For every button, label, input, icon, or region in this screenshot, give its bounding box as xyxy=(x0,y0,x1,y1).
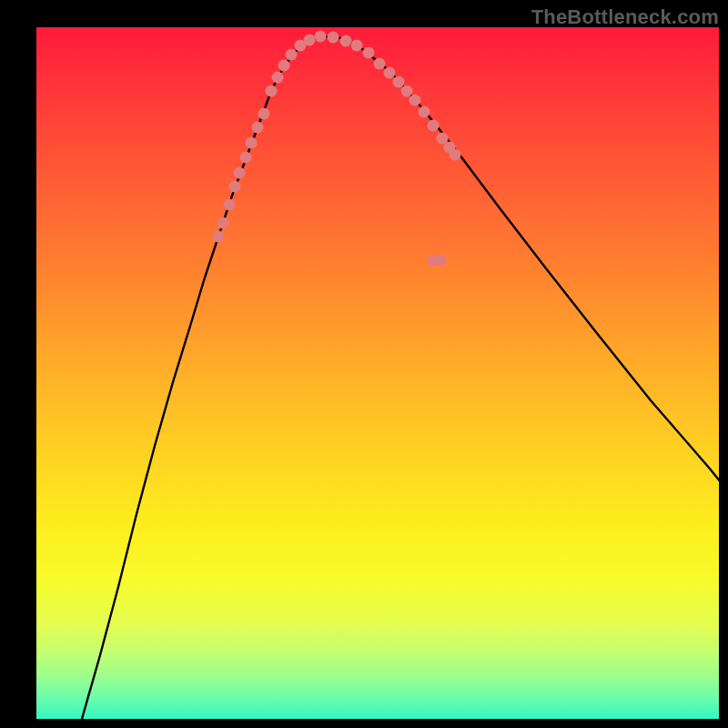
plot-area xyxy=(36,27,719,719)
curve-marker xyxy=(450,149,461,161)
curve-marker xyxy=(252,122,264,134)
curve-markers xyxy=(213,31,461,267)
chart-frame: TheBottleneck.com xyxy=(0,0,728,728)
curve-marker xyxy=(401,86,413,97)
curve-marker xyxy=(435,255,447,267)
curve-marker xyxy=(315,31,327,43)
curve-marker xyxy=(234,167,246,179)
curve-marker xyxy=(266,86,278,97)
curve-marker xyxy=(304,35,316,46)
curve-marker xyxy=(272,72,284,84)
curve-marker xyxy=(363,47,375,59)
curve-marker xyxy=(258,108,270,120)
curve-marker xyxy=(240,152,252,164)
curve-marker xyxy=(384,67,396,79)
curve-svg xyxy=(36,27,719,719)
curve-marker xyxy=(328,32,339,44)
curve-marker xyxy=(246,137,258,149)
curve-marker xyxy=(393,76,405,88)
curve-marker xyxy=(217,217,229,229)
curve-marker xyxy=(229,181,241,193)
bottleneck-curve xyxy=(82,36,728,719)
curve-marker xyxy=(351,40,363,52)
curve-marker xyxy=(278,60,290,72)
curve-marker xyxy=(340,35,352,47)
watermark-text: TheBottleneck.com xyxy=(531,5,719,29)
curve-marker xyxy=(419,106,430,118)
curve-marker xyxy=(410,95,421,106)
curve-marker xyxy=(224,199,236,211)
curve-marker xyxy=(286,49,298,61)
curve-marker xyxy=(374,58,386,70)
curve-marker xyxy=(428,120,440,132)
curve-marker xyxy=(213,231,225,243)
